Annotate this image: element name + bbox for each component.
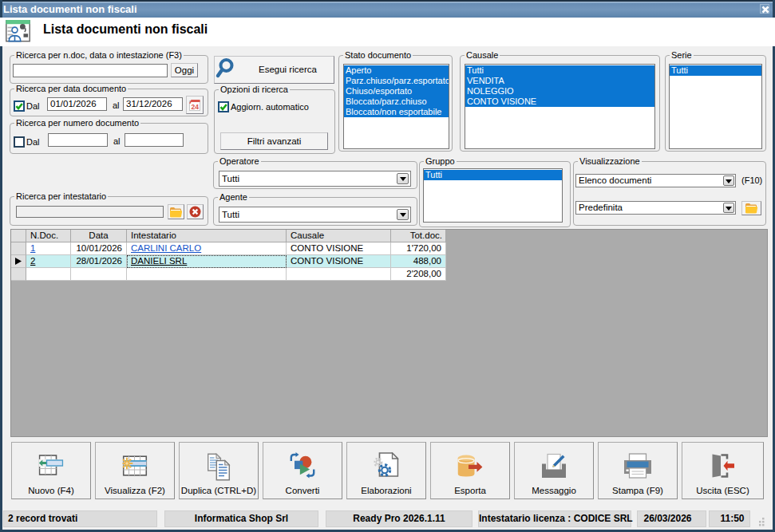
svg-text:24: 24: [191, 103, 199, 111]
